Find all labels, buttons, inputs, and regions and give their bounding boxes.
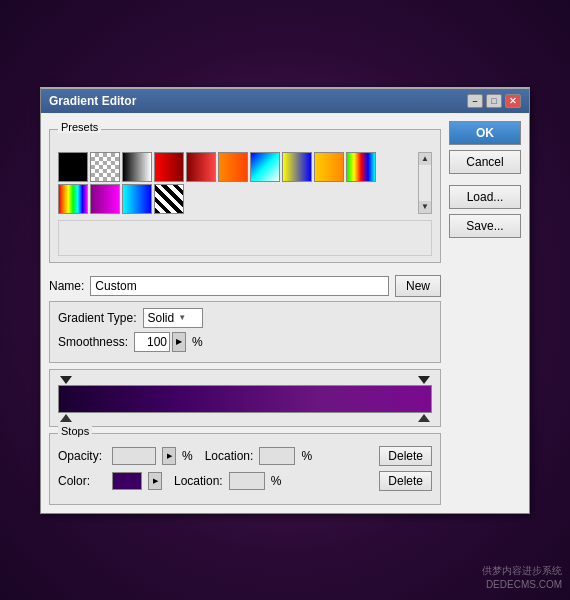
gradient-type-label: Gradient Type:	[58, 311, 137, 325]
gradient-editor-dialog: Gradient Editor – □ ✕ Presets	[40, 87, 530, 514]
opacity-delete-button[interactable]: Delete	[379, 446, 432, 466]
window-controls: – □ ✕	[467, 94, 521, 108]
presets-grid	[58, 152, 416, 214]
color-location-unit: %	[271, 474, 282, 488]
bottom-stops-row	[54, 414, 436, 422]
bottom-stop-right[interactable]	[418, 414, 430, 422]
preset-swatch-7[interactable]	[282, 152, 312, 182]
preset-swatch-8[interactable]	[314, 152, 344, 182]
top-stop-left[interactable]	[60, 376, 72, 384]
opacity-unit: %	[182, 449, 193, 463]
minimize-button[interactable]: –	[467, 94, 483, 108]
opacity-location-unit: %	[301, 449, 312, 463]
smoothness-row: Smoothness: ▶ %	[58, 332, 432, 352]
gradient-type-dropdown[interactable]: Solid	[143, 308, 203, 328]
preset-swatch-10[interactable]	[58, 184, 88, 214]
color-label: Color:	[58, 474, 106, 488]
opacity-arrow[interactable]: ▶	[162, 447, 176, 465]
gradient-options: Gradient Type: Solid Smoothness: ▶ %	[49, 301, 441, 363]
preset-swatch-13[interactable]	[154, 184, 184, 214]
preset-swatch-0[interactable]	[58, 152, 88, 182]
top-stop-right[interactable]	[418, 376, 430, 384]
preset-swatch-2[interactable]	[122, 152, 152, 182]
presets-label: Presets	[58, 121, 101, 133]
opacity-location-input[interactable]	[259, 447, 295, 465]
bottom-stop-left[interactable]	[60, 414, 72, 422]
dialog-body: Presets	[41, 113, 529, 513]
top-stops-row	[54, 376, 436, 384]
cancel-button[interactable]: Cancel	[449, 150, 521, 174]
close-button[interactable]: ✕	[505, 94, 521, 108]
smoothness-input[interactable]	[134, 332, 170, 352]
preset-swatch-6[interactable]	[250, 152, 280, 182]
presets-extra-area	[58, 220, 432, 256]
name-label: Name:	[49, 279, 84, 293]
watermark-line1: 供梦内容进步系统	[482, 564, 562, 578]
smoothness-stepper: ▶	[134, 332, 186, 352]
preset-swatch-12[interactable]	[122, 184, 152, 214]
preset-swatch-4[interactable]	[186, 152, 216, 182]
opacity-input[interactable]	[112, 447, 156, 465]
smoothness-label: Smoothness:	[58, 335, 128, 349]
presets-group: Presets	[49, 129, 441, 263]
preset-swatch-11[interactable]	[90, 184, 120, 214]
maximize-button[interactable]: □	[486, 94, 502, 108]
gradient-bar-area	[49, 369, 441, 427]
color-delete-button[interactable]: Delete	[379, 471, 432, 491]
stops-label: Stops	[58, 425, 92, 437]
right-panel: OK Cancel Load... Save...	[449, 121, 521, 505]
smoothness-unit: %	[192, 335, 203, 349]
preset-swatch-5[interactable]	[218, 152, 248, 182]
scroll-up-button[interactable]: ▲	[419, 153, 431, 165]
preset-swatch-1[interactable]	[90, 152, 120, 182]
color-row: Color: ▶ Location: % Delete	[58, 471, 432, 491]
presets-container: ▲ ▼	[54, 144, 436, 218]
gradient-type-row: Gradient Type: Solid	[58, 308, 432, 328]
name-input[interactable]	[90, 276, 389, 296]
color-swatch[interactable]	[112, 472, 142, 490]
watermark: 供梦内容进步系统 DEDECMS.COM	[482, 564, 562, 592]
presets-scrollbar: ▲ ▼	[418, 152, 432, 214]
stops-group: Stops Opacity: ▶ % Location: % Delete Co…	[49, 433, 441, 505]
title-bar: Gradient Editor – □ ✕	[41, 89, 529, 113]
save-button[interactable]: Save...	[449, 214, 521, 238]
opacity-label: Opacity:	[58, 449, 106, 463]
preset-swatch-9[interactable]	[346, 152, 376, 182]
opacity-row: Opacity: ▶ % Location: % Delete	[58, 446, 432, 466]
preset-swatch-3[interactable]	[154, 152, 184, 182]
color-location-label: Location:	[174, 474, 223, 488]
color-arrow[interactable]: ▶	[148, 472, 162, 490]
smoothness-arrow[interactable]: ▶	[172, 332, 186, 352]
opacity-location-label: Location:	[205, 449, 254, 463]
ok-button[interactable]: OK	[449, 121, 521, 145]
load-button[interactable]: Load...	[449, 185, 521, 209]
watermark-line2: DEDECMS.COM	[482, 578, 562, 592]
new-button[interactable]: New	[395, 275, 441, 297]
color-location-input[interactable]	[229, 472, 265, 490]
scroll-track	[419, 165, 431, 201]
gradient-bar[interactable]	[58, 385, 432, 413]
dialog-title: Gradient Editor	[49, 94, 136, 108]
name-row: Name: New	[49, 269, 441, 301]
left-panel: Presets	[49, 121, 441, 505]
scroll-down-button[interactable]: ▼	[419, 201, 431, 213]
